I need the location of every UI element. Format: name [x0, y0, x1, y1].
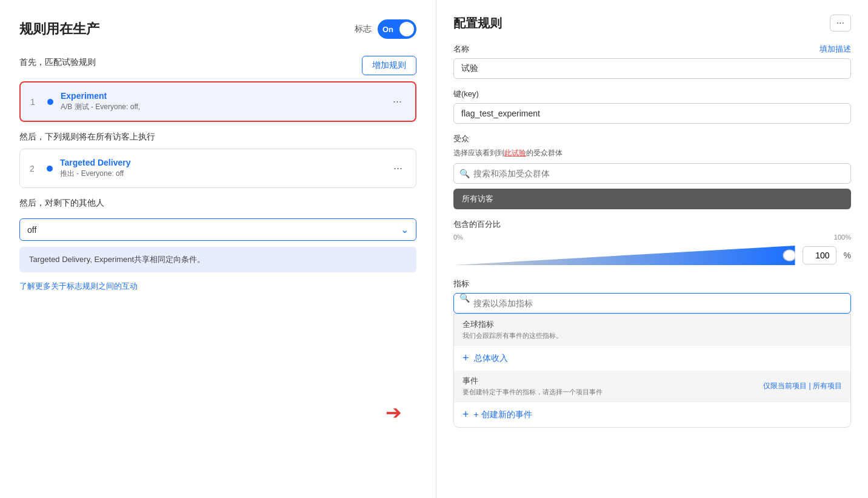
rule-info-1: Experiment A/B 测试 - Everyone: off,: [61, 91, 382, 112]
metrics-label: 指标: [453, 278, 851, 289]
metrics-search-input[interactable]: [453, 293, 851, 314]
right-panel: 配置规则 ··· 名称 填加描述 键(key) 受众 选择应该看到到此试验的受众…: [436, 0, 868, 498]
name-label-text: 名称: [453, 44, 469, 55]
rule-desc-2: 推出 - Everyone: off: [60, 169, 382, 179]
audience-desc-suffix: 的受众群体: [526, 149, 563, 157]
global-metrics-header: 全球指标 我们会跟踪所有事件的这些指标。: [454, 314, 850, 345]
audience-tag-row: 所有访客: [453, 189, 851, 209]
svg-point-1: [783, 250, 795, 261]
section1-header-row: 首先，匹配试验规则 增加规则: [19, 56, 416, 75]
rule-name-2: Targeted Delivery: [60, 158, 382, 167]
config-title: 配置规则: [453, 15, 502, 32]
rule-dot-1: [47, 99, 53, 105]
right-header: 配置规则 ···: [453, 15, 851, 32]
plus-icon: +: [462, 352, 469, 365]
rule-info-2: Targeted Delivery 推出 - Everyone: off: [60, 158, 382, 179]
chevron-down-icon: ⌄: [401, 224, 409, 235]
info-banner: Targeted Delivery, Experiment共享相同定向条件。: [19, 247, 416, 272]
percentage-label: 包含的百分比: [453, 219, 851, 230]
slider-container: %: [453, 243, 851, 268]
metrics-dropdown-panel: 全球指标 我们会跟踪所有事件的这些指标。 + 总体收入 事件 要创建特定于事件的…: [453, 314, 851, 428]
learn-more-link[interactable]: 了解更多关于标志规则之间的互动: [19, 281, 138, 292]
slider-wrapper: [453, 243, 795, 268]
audience-desc: 选择应该看到到此试验的受众群体: [453, 148, 851, 158]
add-rule-button[interactable]: 增加规则: [362, 56, 416, 75]
add-total-revenue-item[interactable]: + 总体收入: [454, 345, 850, 371]
svg-marker-0: [453, 246, 795, 265]
percent-symbol: %: [844, 251, 851, 260]
rule-desc-1: A/B 测试 - Everyone: off,: [61, 102, 382, 112]
total-revenue-label: 总体收入: [474, 353, 508, 364]
rule-card-2[interactable]: 2 Targeted Delivery 推出 - Everyone: off ·…: [19, 149, 416, 188]
dropdown-value: off: [27, 225, 401, 235]
event-header-text: 事件: [462, 375, 603, 386]
audience-label-text: 受众: [453, 133, 469, 144]
rule-menu-btn-1[interactable]: ···: [389, 94, 406, 109]
audience-tag-label: 所有访客: [462, 193, 493, 204]
event-section-desc: 要创建特定于事件的指标，请选择一个项目事件: [462, 388, 603, 397]
search-icon: 🔍: [459, 169, 470, 178]
global-metrics-desc: 我们会跟踪所有事件的这些指标。: [462, 331, 842, 340]
audience-search-input[interactable]: [453, 163, 851, 184]
audience-field-label: 受众: [453, 133, 851, 144]
rule-number-1: 1: [30, 97, 40, 107]
section1-label: 首先，匹配试验规则: [19, 57, 96, 68]
fill-desc-link[interactable]: 填加描述: [820, 44, 851, 55]
name-field-label: 名称 填加描述: [453, 44, 851, 55]
audience-desc-link[interactable]: 此试验: [504, 149, 526, 157]
rule-card-1[interactable]: 1 Experiment A/B 测试 - Everyone: off, ···: [19, 81, 416, 122]
event-header-content: 事件 要创建特定于事件的指标，请选择一个项目事件: [462, 375, 603, 397]
slider-min-label: 0%: [453, 234, 463, 241]
metrics-label-text: 指标: [453, 278, 469, 289]
label-text: 标志: [355, 24, 372, 35]
toggle-on-label: On: [382, 25, 393, 34]
metrics-search-wrapper: 🔍: [453, 293, 851, 314]
then-label: 然后，下列规则将在所有访客上执行: [19, 132, 416, 143]
left-header: 规则用在生产 标志 On: [19, 19, 416, 39]
toggle-switch[interactable]: On: [378, 19, 416, 39]
page-title: 规则用在生产: [19, 20, 99, 38]
key-input[interactable]: [453, 103, 851, 124]
audience-desc-prefix: 选择应该看到到: [453, 149, 504, 157]
more-options-button[interactable]: ···: [830, 15, 851, 32]
rule-name-1: Experiment: [61, 91, 382, 101]
create-new-event-item[interactable]: + + 创建新的事件: [454, 402, 850, 427]
audience-section: 受众 选择应该看到到此试验的受众群体 🔍 所有访客: [453, 133, 851, 209]
event-section-header: 事件 要创建特定于事件的指标，请选择一个项目事件 仅限当前项目 | 所有项目: [454, 371, 850, 402]
left-panel: 规则用在生产 标志 On 首先，匹配试验规则 增加规则 1 Experiment…: [0, 0, 436, 498]
metrics-search-icon: 🔍: [459, 293, 470, 303]
slider-svg: [453, 243, 795, 268]
remaining-label: 然后，对剩下的其他人: [19, 198, 416, 209]
key-label-text: 键(key): [453, 89, 479, 99]
key-field-label: 键(key): [453, 89, 851, 99]
rule-dot-2: [47, 166, 53, 172]
percentage-input[interactable]: [803, 246, 836, 264]
slider-max-label: 100%: [834, 234, 851, 241]
rule-menu-btn-2[interactable]: ···: [390, 161, 406, 176]
global-metrics-header-text: 全球指标: [462, 319, 842, 330]
audience-search-wrapper: 🔍: [453, 163, 851, 184]
right-arrow-icon: [386, 401, 402, 424]
off-dropdown[interactable]: off ⌄: [19, 218, 416, 241]
arrow-container: [19, 292, 416, 431]
slider-labels: 0% 100%: [453, 234, 851, 241]
toggle-group: 标志 On: [355, 19, 416, 39]
event-limit-link[interactable]: 仅限当前项目 | 所有项目: [763, 381, 842, 391]
toggle-circle: [399, 22, 414, 36]
name-input[interactable]: [453, 58, 851, 79]
create-event-label: + 创建新的事件: [474, 409, 532, 420]
rule-number-2: 2: [30, 164, 39, 173]
plus-icon-event: +: [462, 408, 469, 421]
metrics-section: 指标 🔍 全球指标 我们会跟踪所有事件的这些指标。 + 总体收入 事件 要创建特…: [453, 278, 851, 428]
percentage-section: 包含的百分比 0% 100%: [453, 219, 851, 268]
